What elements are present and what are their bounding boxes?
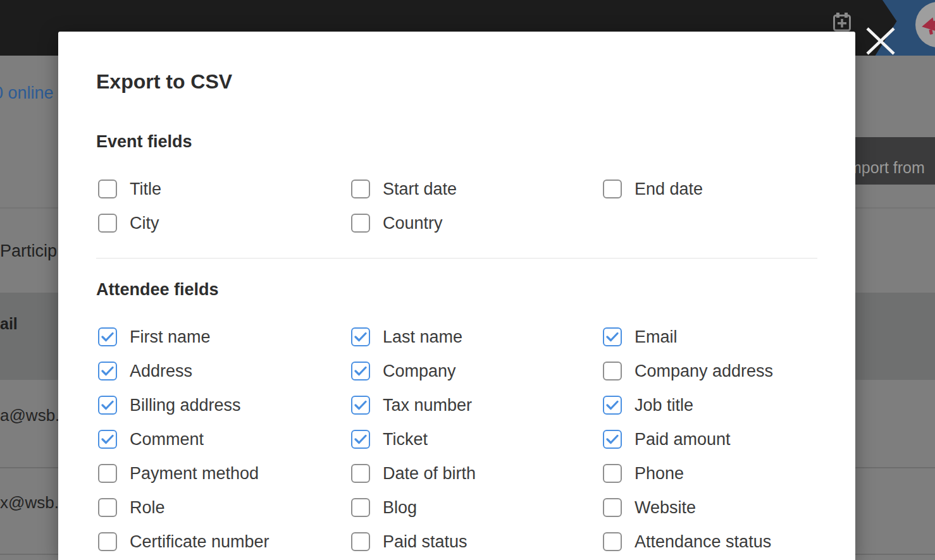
- field-label: Certificate number: [130, 532, 269, 552]
- checkbox[interactable]: [351, 327, 370, 346]
- attendee-fields-heading: Attendee fields: [96, 280, 219, 300]
- checkbox[interactable]: [351, 180, 370, 198]
- checkbox[interactable]: [603, 498, 622, 517]
- field-label: First name: [130, 327, 211, 347]
- field-checkbox-item[interactable]: Last name: [351, 327, 603, 347]
- email-column-header-fragment: ail: [0, 315, 58, 333]
- table-row-email-fragment: a@wsb.c: [0, 406, 58, 425]
- field-checkbox-item[interactable]: Billing address: [98, 396, 351, 415]
- field-checkbox-item[interactable]: Start date: [351, 180, 603, 199]
- export-to-csv-modal: Export to CSV Event fields Title: [58, 32, 855, 560]
- field-checkbox-item[interactable]: End date: [603, 180, 703, 199]
- online-count-link[interactable]: 0 online: [0, 83, 58, 105]
- field-checkbox-item[interactable]: Certificate number: [98, 532, 351, 552]
- field-checkbox-item[interactable]: Website: [603, 498, 773, 518]
- field-checkbox-item[interactable]: Tax number: [351, 396, 603, 415]
- close-modal-icon[interactable]: [865, 27, 896, 56]
- field-checkbox-item[interactable]: Role: [98, 498, 351, 518]
- field-label: Payment method: [130, 464, 259, 484]
- section-divider: [96, 258, 817, 259]
- field-label: Tax number: [383, 396, 472, 415]
- field-label: Blog: [383, 498, 417, 518]
- field-label: Comment: [130, 430, 204, 449]
- field-label: Title: [130, 180, 161, 199]
- checkbox[interactable]: [98, 362, 117, 380]
- checkbox[interactable]: [98, 532, 117, 551]
- import-from-button[interactable]: mport from: [855, 137, 935, 185]
- attendee-fields-grid: First name Last name Email: [98, 320, 773, 559]
- field-checkbox-item[interactable]: Paid status: [351, 532, 603, 552]
- field-label: Website: [635, 498, 696, 518]
- add-event-calendar-icon[interactable]: [831, 11, 853, 33]
- checkbox[interactable]: [351, 430, 370, 449]
- checkbox[interactable]: [603, 362, 622, 380]
- checkbox[interactable]: [603, 180, 622, 198]
- field-checkbox-item[interactable]: Company: [351, 362, 603, 381]
- megaphone-icon: [920, 14, 935, 37]
- field-checkbox-item[interactable]: Date of birth: [351, 464, 603, 484]
- field-checkbox-item[interactable]: City: [98, 214, 351, 233]
- event-fields-heading: Event fields: [96, 132, 192, 152]
- checkbox[interactable]: [351, 464, 370, 483]
- checkbox[interactable]: [98, 430, 117, 449]
- field-label: Billing address: [130, 396, 241, 415]
- checkbox[interactable]: [351, 498, 370, 517]
- checkbox[interactable]: [603, 327, 622, 346]
- field-checkbox-item[interactable]: Paid amount: [603, 430, 773, 449]
- checkbox[interactable]: [603, 396, 622, 415]
- field-label: Company: [383, 362, 456, 381]
- checkbox[interactable]: [98, 396, 117, 415]
- field-checkbox-item[interactable]: Blog: [351, 498, 603, 518]
- field-checkbox-item[interactable]: Comment: [98, 430, 351, 449]
- field-label: Date of birth: [383, 464, 476, 484]
- field-label: End date: [635, 180, 703, 199]
- field-label: Start date: [383, 180, 457, 199]
- checkbox[interactable]: [603, 464, 622, 483]
- field-label: Country: [383, 214, 443, 233]
- checkbox[interactable]: [351, 532, 370, 551]
- field-label: Job title: [635, 396, 693, 415]
- field-checkbox-item[interactable]: Phone: [603, 464, 773, 484]
- field-label: Email: [635, 327, 678, 347]
- field-checkbox-item[interactable]: First name: [98, 327, 351, 347]
- field-checkbox-item[interactable]: Ticket: [351, 430, 603, 449]
- field-label: Paid amount: [635, 430, 731, 449]
- field-checkbox-item[interactable]: Title: [98, 180, 351, 199]
- participants-heading-fragment: Particip: [0, 241, 58, 261]
- field-checkbox-item[interactable]: Payment method: [98, 464, 351, 484]
- field-label: Address: [130, 362, 192, 381]
- event-fields-grid: Title Start date End date: [98, 172, 703, 240]
- checkbox[interactable]: [98, 498, 117, 517]
- checkbox[interactable]: [98, 214, 117, 233]
- checkbox[interactable]: [351, 214, 370, 233]
- checkbox[interactable]: [98, 327, 117, 346]
- field-checkbox-item[interactable]: Email: [603, 327, 773, 347]
- field-label: Role: [130, 498, 165, 518]
- field-checkbox-item[interactable]: Attendance status: [603, 532, 773, 552]
- field-label: City: [130, 214, 159, 233]
- field-label: Paid status: [383, 532, 468, 552]
- checkbox[interactable]: [351, 396, 370, 415]
- field-label: Last name: [383, 327, 462, 347]
- app-screen: 0 online Particip mport from ail a@wsb.c…: [0, 0, 935, 560]
- field-label: Company address: [635, 362, 773, 381]
- field-label: Ticket: [383, 430, 428, 449]
- checkbox[interactable]: [351, 362, 370, 380]
- checkbox[interactable]: [98, 464, 117, 483]
- field-checkbox-item[interactable]: Address: [98, 362, 351, 381]
- field-label: Phone: [635, 464, 684, 484]
- field-checkbox-item[interactable]: Company address: [603, 362, 773, 381]
- modal-title: Export to CSV: [96, 70, 232, 94]
- checkbox[interactable]: [603, 430, 622, 449]
- checkbox[interactable]: [603, 532, 622, 551]
- field-checkbox-item[interactable]: Job title: [603, 396, 773, 415]
- field-label: Attendance status: [635, 532, 771, 552]
- checkbox[interactable]: [98, 180, 117, 198]
- table-row-email-fragment: x@wsb.c: [0, 493, 58, 513]
- field-checkbox-item[interactable]: Country: [351, 214, 603, 233]
